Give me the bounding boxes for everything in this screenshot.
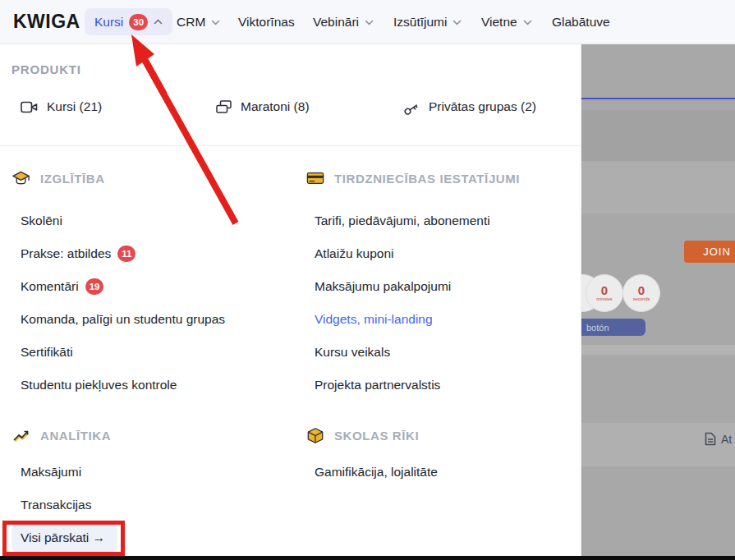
section-divider: [0, 145, 581, 146]
menu-item-label: Atlaižu kuponi: [315, 246, 394, 261]
nav-item-glabatuve[interactable]: Glabātuve: [552, 0, 610, 44]
key-icon: [402, 99, 420, 115]
nav-item-label: Kursi: [94, 15, 123, 30]
section-title: TIRDZNIECĪBAS IESTATĪJUMI: [334, 172, 520, 186]
nav-item-label: Glabātuve: [552, 15, 610, 30]
section-title: IZGLĪTĪBA: [40, 172, 105, 186]
menu-item-label: Prakse: atbildes: [21, 246, 111, 261]
countdown-circle-minutes: 0 minutes: [586, 274, 623, 312]
products-section-title: PRODUKTI: [11, 62, 81, 76]
nav-item-kursi[interactable]: Kursi 30: [85, 8, 172, 35]
chevron-down-icon: [211, 20, 220, 25]
product-item-label: Kursi (21): [47, 99, 102, 114]
section-header-skolas-riki: SKOLAS RĪKI: [306, 425, 577, 446]
video-camera-icon: [21, 100, 38, 114]
section-header-izglitiba: IZGLĪTĪBA: [11, 168, 295, 189]
menu-column-left: IZGLĪTĪBA Skolēni Prakse: atbildes 11 Ko…: [11, 168, 295, 554]
countdown-value: 0: [601, 285, 608, 296]
nav-item-label: CRM: [177, 15, 205, 30]
product-item-label: Maratoni (8): [241, 99, 310, 114]
trend-arrow-icon: [11, 428, 30, 443]
background-page-overlay: JOIN 0 minutes 0 seconds botón At: [581, 44, 735, 560]
menu-item-kursu-veikals[interactable]: Kursu veikals: [315, 336, 577, 369]
product-item-kursi[interactable]: Kursi (21): [21, 95, 102, 118]
section-header-analitika: ANALĪTIKA: [11, 425, 295, 446]
nav-item-izsutijumi[interactable]: Izsūtījumi: [393, 0, 462, 44]
menu-item-sertifikati[interactable]: Sertifikāti: [21, 336, 295, 369]
background-blue-rule: [581, 98, 735, 99]
nav-item-label: Izsūtījumi: [393, 15, 447, 30]
boton-button[interactable]: botón: [581, 319, 645, 336]
menu-item-label: Studentu piekļuves kontrole: [21, 378, 177, 392]
menu-item-label: Sertifikāti: [21, 345, 73, 360]
chevron-down-icon: [523, 20, 532, 25]
nav-item-label: Viktorīnas: [238, 15, 295, 30]
menu-item-maksajumu-pakalpojumi[interactable]: Maksājumu pakalpojumi: [315, 270, 577, 303]
all-reports-pill[interactable]: Visi pārskati →: [11, 524, 117, 552]
menu-item-skoleni[interactable]: Skolēni: [21, 204, 295, 237]
menu-item-label: Maksājumu pakalpojumi: [315, 279, 451, 294]
graduation-cap-icon: [11, 170, 30, 186]
credit-card-icon: [306, 171, 324, 186]
menu-item-label: Skolēni: [21, 213, 62, 228]
menu-item-prakse-atbildes[interactable]: Prakse: atbildes 11: [21, 237, 295, 270]
menu-column-right: TIRDZNIECĪBAS IESTATĪJUMI Tarifi, piedāv…: [306, 168, 577, 489]
cube-icon: [306, 427, 324, 444]
background-band: [581, 161, 735, 213]
copies-icon: [216, 100, 232, 114]
count-badge: 19: [85, 278, 104, 295]
menu-item-projekta-partnervalstis[interactable]: Projekta partnervalstis: [315, 369, 577, 402]
menu-item-label: Komentāri: [21, 279, 79, 294]
section-title: ANALĪTIKA: [40, 429, 111, 443]
nav-item-label: Vebināri: [313, 15, 359, 30]
attachment-row[interactable]: At: [705, 432, 732, 446]
menu-item-label: Gamifikācija, lojalitāte: [315, 465, 438, 480]
nav-item-vietne[interactable]: Vietne: [481, 0, 532, 44]
menu-item-label: Transakcijas: [21, 498, 91, 512]
kwiga-logo: KWIGA: [13, 11, 80, 33]
attachment-label: At: [721, 433, 732, 446]
menu-item-label: Projekta partnervalstis: [315, 378, 440, 392]
menu-item-komanda[interactable]: Komanda, palīgi un studentu grupas: [21, 303, 295, 336]
countdown-value: 0: [638, 285, 645, 296]
menu-item-komentari[interactable]: Komentāri 19: [21, 270, 295, 303]
menu-item-maksajumi[interactable]: Maksājumi: [21, 456, 295, 489]
countdown-unit: seconds: [633, 296, 650, 301]
nav-item-label: Vietne: [481, 15, 517, 30]
section-title: SKOLAS RĪKI: [334, 429, 419, 443]
nav-item-crm[interactable]: CRM: [177, 0, 220, 44]
menu-item-label: Visi pārskati →: [21, 530, 105, 545]
menu-item-label: Maksājumi: [21, 465, 81, 480]
nav-item-vebinari[interactable]: Vebināri: [313, 0, 374, 44]
countdown-unit: minutes: [596, 296, 612, 301]
menu-item-atlaizu-kuponi[interactable]: Atlaižu kuponi: [315, 237, 577, 270]
product-item-privatas-grupas[interactable]: Privātas grupas (2): [402, 95, 536, 118]
menu-item-studentu-piekluves[interactable]: Studentu piekļuves kontrole: [21, 369, 295, 402]
chevron-down-icon: [452, 20, 462, 25]
menu-item-label: Komanda, palīgi un studentu grupas: [21, 312, 225, 327]
document-icon: [705, 432, 716, 446]
top-navigation: KWIGA Kursi 30 CRM Viktorīnas Vebināri I…: [0, 0, 735, 44]
chevron-up-icon: [154, 19, 163, 25]
nav-item-viktorinas[interactable]: Viktorīnas: [238, 0, 295, 44]
menu-item-tarifi[interactable]: Tarifi, piedāvājumi, abonementi: [315, 204, 577, 237]
kursi-dropdown-menu: PRODUKTI Kursi (21) Maratoni (8) Privāta…: [0, 44, 581, 556]
section-header-tirdznieciba: TIRDZNIECĪBAS IESTATĪJUMI: [306, 168, 577, 189]
background-band: [581, 345, 735, 355]
count-badge: 30: [129, 14, 148, 30]
bottom-black-bar: [0, 556, 735, 560]
menu-item-label: Vidgets, mini-landing: [315, 312, 433, 327]
product-item-label: Privātas grupas (2): [429, 99, 536, 114]
menu-item-gamifikacija[interactable]: Gamifikācija, lojalitāte: [315, 456, 577, 489]
background-band: [581, 110, 735, 161]
menu-item-visi-parskati[interactable]: Visi pārskati →: [11, 521, 295, 554]
product-item-maratoni[interactable]: Maratoni (8): [216, 95, 310, 118]
menu-item-transakcijas[interactable]: Transakcijas: [21, 489, 295, 521]
chevron-down-icon: [365, 20, 374, 25]
countdown-circle-seconds: 0 seconds: [622, 274, 660, 312]
menu-item-vidgets-mini-landing[interactable]: Vidgets, mini-landing: [315, 303, 577, 336]
count-badge: 11: [117, 246, 136, 262]
menu-item-label: Tarifi, piedāvājumi, abonementi: [315, 213, 490, 228]
join-button[interactable]: JOIN: [684, 241, 735, 263]
menu-item-label: Kursu veikals: [315, 345, 390, 360]
